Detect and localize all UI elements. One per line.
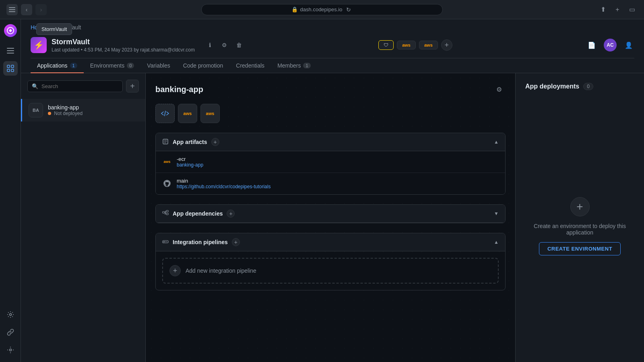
status-dot [48, 112, 51, 115]
forward-btn[interactable]: › [35, 4, 47, 15]
app-title-row: banking-app ⚙ [155, 83, 506, 96]
delete-btn[interactable]: 🗑 [233, 39, 245, 51]
address-bar: 🔒 dash.codepipes.io ↻ [201, 4, 443, 15]
edit-btn[interactable]: ⚙ [219, 39, 230, 51]
artifact-github-url: https://github.com/cldcvr/codepipes-tuto… [177, 184, 270, 189]
status-text: Not deployed [54, 111, 83, 116]
artifact-aws-icon: aws [162, 157, 172, 167]
back-btn[interactable]: ‹ [21, 4, 32, 15]
svg-rect-17 [166, 213, 168, 215]
app-item-name: banking-app [48, 104, 83, 111]
app-title: banking-app [155, 85, 203, 94]
artifact-ecr-sub: banking-app [177, 162, 203, 168]
nav-bottom-settings-icon[interactable] [3, 343, 18, 357]
svg-rect-0 [9, 7, 15, 8]
app-icon-row: aws aws [155, 104, 506, 123]
left-nav [0, 19, 21, 362]
create-env-plus-btn[interactable]: + [570, 197, 590, 216]
svg-rect-6 [7, 53, 14, 53]
main-content: Home / StormVault ⚡ StormVault Last upda… [21, 19, 644, 362]
artifact-item-github: main https://github.com/cldcvr/codepipes… [156, 173, 505, 194]
artifacts-body: aws -ecr banking-app [156, 151, 505, 194]
create-env-area: + Create an environment to deploy this a… [525, 100, 634, 352]
tab-members[interactable]: Members 1 [271, 58, 317, 73]
sidebar-toggle-btn[interactable] [6, 4, 18, 15]
share-btn[interactable]: ⬆ [597, 4, 609, 15]
app-list-item[interactable]: BA banking-app Not deployed [21, 99, 145, 121]
tab-credentials[interactable]: Credentials [229, 58, 271, 73]
pipelines-section-header[interactable]: Integration pipelines + ▲ [156, 233, 505, 251]
user-menu-btn[interactable]: 👤 [623, 39, 634, 51]
create-environment-btn[interactable]: CREATE ENVIRONMENT [539, 242, 621, 255]
dependencies-add-btn[interactable]: + [227, 210, 235, 218]
main-panel: banking-app ⚙ aws aws [146, 73, 515, 362]
search-input[interactable] [41, 83, 118, 89]
info-btn[interactable]: ℹ [204, 39, 216, 51]
artifacts-icon [162, 138, 169, 146]
aws-label-2: aws [206, 111, 215, 116]
artifacts-title: App artifacts [173, 139, 207, 145]
nav-settings-icon[interactable] [3, 307, 18, 322]
new-tab-btn[interactable]: + [612, 4, 623, 15]
browser-chrome: ‹ › 🔒 dash.codepipes.io ↻ ⬆ + ▭ [0, 0, 644, 19]
project-info: StormVault Last updated • 4:53 PM, 24 Ma… [52, 38, 195, 53]
integration-pipelines-section: Integration pipelines + ▲ + Add new inte… [155, 233, 506, 290]
svg-rect-2 [9, 11, 15, 12]
dependencies-chevron: ▼ [494, 211, 499, 216]
nav-apps-icon[interactable] [3, 61, 18, 76]
search-box[interactable]: 🔍 [27, 80, 123, 92]
breadcrumb: Home / StormVault [31, 19, 634, 34]
tab-environments-badge: 0 [127, 63, 134, 68]
tab-code-promotion[interactable]: Code promotion [177, 58, 230, 73]
nav-link-icon[interactable] [3, 325, 18, 339]
url-text: dash.codepipes.io [300, 6, 343, 12]
tab-applications-badge: 1 [70, 63, 77, 68]
tab-variables[interactable]: Variables [140, 58, 176, 73]
more-btn[interactable]: ▭ [626, 4, 638, 15]
project-name: StormVault [52, 38, 195, 46]
user-avatar[interactable]: AC [604, 39, 617, 51]
tab-variables-label: Variables [147, 62, 170, 69]
nav-logo[interactable] [4, 24, 17, 37]
tabs: Applications 1 Environments 0 Variables … [31, 58, 634, 73]
add-pipeline-label: Add new integration pipeline [186, 267, 256, 274]
right-panel: App deployments 0 + Create an environmen… [515, 73, 644, 362]
artifacts-section-header[interactable]: App artifacts + ▲ [156, 133, 505, 151]
svg-rect-15 [163, 212, 165, 213]
artifact-github-name: main [177, 178, 270, 184]
nav-menu-icon[interactable] [3, 43, 18, 58]
pipelines-add-btn[interactable]: + [232, 238, 240, 246]
tab-members-badge: 1 [303, 63, 310, 68]
add-env-btn[interactable]: + [441, 39, 452, 51]
add-pipeline-box[interactable]: + Add new integration pipeline [162, 258, 499, 284]
project-header: ⚡ StormVault Last updated • 4:53 PM, 24 … [31, 34, 634, 58]
aws-badge-2[interactable]: aws [419, 41, 438, 49]
app-layout: Home / StormVault ⚡ StormVault Last upda… [0, 19, 644, 362]
lock-icon: 🔒 [291, 6, 298, 12]
pipelines-icon [162, 239, 169, 246]
app-settings-btn[interactable]: ⚙ [493, 83, 506, 96]
app-icon-aws-1[interactable]: aws [178, 104, 197, 123]
tab-code-promotion-label: Code promotion [183, 62, 223, 69]
artifact-item-ecr: aws -ecr banking-app [156, 151, 505, 173]
artifacts-add-btn[interactable]: + [211, 138, 219, 146]
app-header: Home / StormVault ⚡ StormVault Last upda… [21, 19, 644, 73]
dependencies-section-header[interactable]: App dependencies + ▼ [156, 205, 505, 223]
deployments-title: App deployments [525, 83, 579, 90]
add-pipeline-btn[interactable]: + [169, 265, 181, 276]
aws-label-1: aws [184, 111, 192, 116]
app-avatar: BA [29, 103, 43, 117]
tab-applications[interactable]: Applications 1 [31, 58, 84, 73]
notifications-btn[interactable]: 📄 [586, 39, 597, 51]
browser-right-controls: ⬆ + ▭ [597, 4, 638, 15]
svg-point-12 [9, 349, 11, 351]
add-app-btn[interactable]: + [126, 80, 139, 93]
project-meta: Last updated • 4:53 PM, 24 May 2023 by r… [52, 47, 195, 53]
app-icon-aws-2[interactable]: aws [200, 104, 220, 123]
tab-environments[interactable]: Environments 0 [84, 58, 141, 73]
app-icon-code[interactable] [155, 104, 175, 123]
aws-badge-1[interactable]: aws [397, 41, 416, 49]
shield-badge[interactable]: 🛡 [378, 40, 394, 50]
pipelines-header-left: Integration pipelines + [162, 238, 494, 246]
reload-btn[interactable]: ↻ [345, 6, 353, 14]
